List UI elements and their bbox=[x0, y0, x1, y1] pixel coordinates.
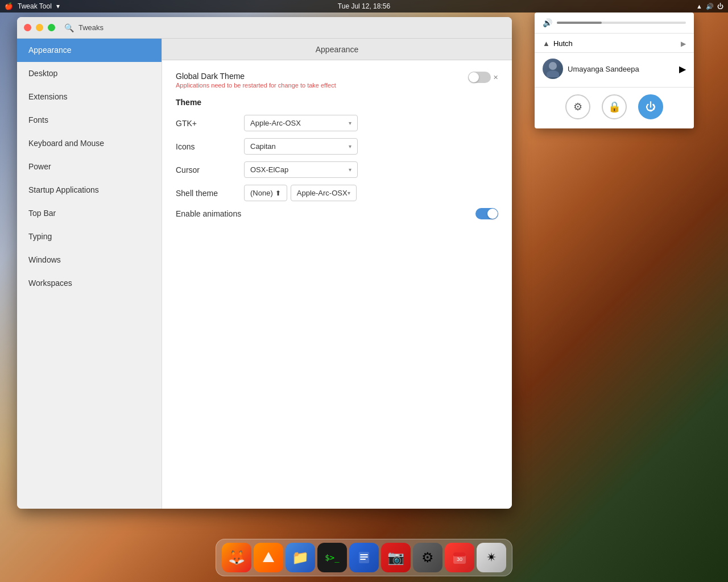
power-topbar-icon[interactable]: ⏻ bbox=[717, 3, 723, 10]
settings-action-button[interactable]: ⚙ bbox=[565, 94, 590, 119]
sidebar-item-power[interactable]: Power bbox=[17, 155, 162, 178]
dock-icon-osx-utilities[interactable]: ✴ bbox=[477, 543, 506, 572]
svg-rect-2 bbox=[360, 554, 368, 555]
shell-theme-dropdown[interactable]: Apple-Arc-OSX ▾ bbox=[291, 185, 357, 201]
volume-slider[interactable] bbox=[557, 22, 686, 24]
shell-theme-label: Shell theme bbox=[176, 189, 244, 198]
window-titlebar: 🔍 Tweaks bbox=[17, 17, 512, 39]
dock-icon-calendar[interactable]: 30 bbox=[445, 543, 474, 572]
icons-theme-dropdown[interactable]: Capitan ▾ bbox=[244, 138, 358, 155]
tweaks-nav-label: Tweaks bbox=[78, 23, 104, 32]
window-content: Appearance Desktop Extensions Fonts Keyb… bbox=[17, 39, 512, 509]
window-maximize-button[interactable] bbox=[48, 24, 55, 31]
dock-icon-settings[interactable]: ⚙ bbox=[413, 543, 442, 572]
theme-heading: Theme bbox=[176, 98, 498, 107]
shell-theme-controls: (None) ⬆ Apple-Arc-OSX ▾ bbox=[244, 185, 357, 201]
user-arrow-icon: ▶ bbox=[679, 64, 686, 74]
dock-icon-vlc[interactable] bbox=[254, 543, 283, 572]
sidebar-item-keyboard-mouse[interactable]: Keyboard and Mouse bbox=[17, 132, 162, 155]
svg-rect-3 bbox=[360, 556, 368, 558]
dock-icon-files[interactable]: 📁 bbox=[286, 543, 315, 572]
network-row[interactable]: ▲ Hutch ▶ bbox=[535, 37, 694, 50]
dock-icon-camera[interactable]: 📷 bbox=[381, 543, 411, 572]
system-panel: 🔊 ▲ Hutch ▶ Umayanga Sandeepa ▶ ⚙ 🔒 ⏻ bbox=[535, 13, 694, 128]
svg-text:30: 30 bbox=[457, 556, 462, 562]
sidebar-item-windows[interactable]: Windows bbox=[17, 248, 162, 272]
cursor-theme-label: Cursor bbox=[176, 165, 244, 174]
sidebar-item-fonts[interactable]: Fonts bbox=[17, 109, 162, 132]
sidebar-item-workspaces[interactable]: Workspaces bbox=[17, 272, 162, 295]
gtk-theme-select: Apple-Arc-OSX ▾ bbox=[244, 115, 498, 131]
dock-icon-terminal[interactable]: $>_ bbox=[317, 543, 347, 572]
lock-action-button[interactable]: 🔒 bbox=[602, 94, 627, 119]
gtk-theme-row: GTK+ Apple-Arc-OSX ▾ bbox=[176, 115, 498, 131]
sidebar-item-extensions[interactable]: Extensions bbox=[17, 85, 162, 109]
signal-icon: ▲ bbox=[696, 3, 702, 10]
toggle-x-icon: ✕ bbox=[493, 74, 498, 81]
apple-menu-icon[interactable]: 🍎 bbox=[5, 2, 13, 10]
icons-theme-row: Icons Capitan ▾ bbox=[176, 138, 498, 155]
search-button[interactable]: 🔍 bbox=[64, 23, 74, 32]
volume-slider-fill bbox=[557, 22, 602, 24]
window-minimize-button[interactable] bbox=[36, 24, 43, 31]
animations-toggle-knob bbox=[487, 209, 498, 219]
gtk-theme-dropdown[interactable]: Apple-Arc-OSX ▾ bbox=[244, 115, 358, 131]
sidebar-item-appearance[interactable]: Appearance bbox=[17, 39, 162, 62]
cursor-theme-row: Cursor OSX-ElCap ▾ bbox=[176, 161, 498, 178]
window-close-button[interactable] bbox=[24, 24, 31, 31]
tweak-tool-window: 🔍 Tweaks Appearance Desktop Extensions F… bbox=[17, 17, 512, 509]
topbar: 🍎 Tweak Tool ▾ Tue Jul 12, 18:56 ▲ 🔊 ⏻ bbox=[0, 0, 728, 13]
shell-theme-row: Shell theme (None) ⬆ Apple-Arc-OSX ▾ bbox=[176, 185, 498, 201]
content-header: Appearance bbox=[162, 39, 512, 60]
power-action-button[interactable]: ⏻ bbox=[638, 94, 663, 119]
volume-icon: 🔊 bbox=[543, 18, 552, 27]
volume-topbar-icon[interactable]: 🔊 bbox=[706, 3, 714, 10]
svg-rect-6 bbox=[453, 552, 466, 556]
sidebar-item-startup-applications[interactable]: Startup Applications bbox=[17, 178, 162, 202]
sidebar: Appearance Desktop Extensions Fonts Keyb… bbox=[17, 39, 162, 509]
volume-row: 🔊 bbox=[535, 13, 694, 30]
user-avatar bbox=[543, 59, 563, 79]
network-icon: ▲ bbox=[543, 39, 550, 48]
svg-rect-4 bbox=[360, 559, 366, 560]
dock-icon-firefox[interactable]: 🦊 bbox=[222, 543, 251, 572]
network-name: Hutch bbox=[553, 39, 573, 48]
global-dark-theme-row: Global Dark Theme Applications need to b… bbox=[176, 72, 498, 89]
app-name-label[interactable]: Tweak Tool bbox=[18, 2, 52, 10]
network-arrow-icon: ▶ bbox=[681, 40, 686, 48]
panel-divider1 bbox=[535, 33, 694, 34]
global-dark-theme-note: Applications need to be restarted for ch… bbox=[176, 82, 336, 89]
shell-theme-none-upload-button[interactable]: (None) ⬆ bbox=[244, 185, 287, 201]
panel-divider3 bbox=[535, 87, 694, 88]
enable-animations-label: Enable animations bbox=[176, 209, 475, 218]
cursor-theme-dropdown[interactable]: OSX-ElCap ▾ bbox=[244, 161, 358, 178]
global-dark-theme-toggle-container: ✕ bbox=[468, 72, 498, 83]
datetime-label: Tue Jul 12, 18:56 bbox=[338, 2, 390, 10]
upload-icon: ⬆ bbox=[275, 189, 281, 197]
icons-theme-label: Icons bbox=[176, 142, 244, 151]
shell-none-label: (None) bbox=[250, 189, 273, 197]
main-content: Appearance Global Dark Theme Application… bbox=[162, 39, 512, 509]
dock-icon-notes[interactable] bbox=[349, 543, 379, 572]
icons-theme-value: Capitan bbox=[250, 142, 276, 151]
sidebar-item-typing[interactable]: Typing bbox=[17, 225, 162, 248]
gtk-theme-value: Apple-Arc-OSX bbox=[250, 119, 301, 127]
icons-theme-select: Capitan ▾ bbox=[244, 138, 498, 155]
dock: 🦊 📁 $>_ 📷 ⚙ 30 ✴ bbox=[216, 539, 512, 576]
sidebar-item-desktop[interactable]: Desktop bbox=[17, 62, 162, 85]
shell-dropdown-arrow: ▾ bbox=[348, 190, 350, 196]
gtk-theme-label: GTK+ bbox=[176, 119, 244, 128]
content-body: Global Dark Theme Applications need to b… bbox=[162, 60, 512, 509]
window-app-title: Tweaks bbox=[78, 23, 104, 32]
icons-dropdown-arrow: ▾ bbox=[349, 143, 351, 149]
global-dark-theme-toggle[interactable] bbox=[468, 72, 491, 83]
enable-animations-toggle[interactable] bbox=[475, 208, 498, 219]
sidebar-item-top-bar[interactable]: Top Bar bbox=[17, 202, 162, 225]
cursor-dropdown-arrow: ▾ bbox=[349, 167, 351, 173]
user-name-label: Umayanga Sandeepa bbox=[568, 65, 639, 73]
svg-marker-0 bbox=[263, 552, 274, 562]
enable-animations-row: Enable animations bbox=[176, 208, 498, 219]
user-row[interactable]: Umayanga Sandeepa ▶ bbox=[535, 55, 694, 82]
action-buttons: ⚙ 🔒 ⏻ bbox=[535, 92, 694, 122]
gtk-dropdown-arrow: ▾ bbox=[349, 120, 351, 126]
